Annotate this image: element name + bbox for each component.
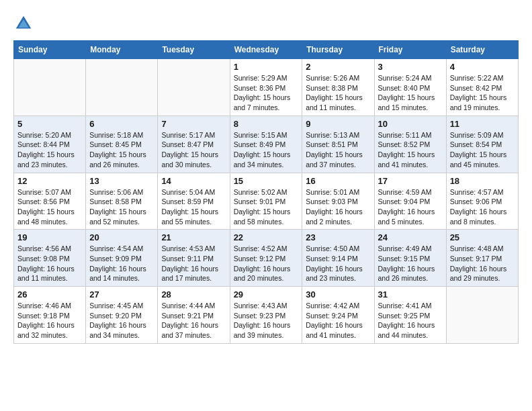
day-info: Sunrise: 4:43 AMSunset: 9:23 PMDaylight:… xyxy=(234,301,299,340)
weekday-header-thursday: Thursday xyxy=(302,41,374,59)
day-number: 18 xyxy=(450,176,515,186)
day-info: Sunrise: 5:20 AMSunset: 8:44 PMDaylight:… xyxy=(17,130,82,170)
day-cell: 6Sunrise: 5:18 AMSunset: 8:45 PMDaylight… xyxy=(86,116,158,173)
day-info: Sunrise: 5:07 AMSunset: 8:56 PMDaylight:… xyxy=(17,187,82,227)
calendar: SundayMondayTuesdayWednesdayThursdayFrid… xyxy=(13,40,519,344)
day-number: 5 xyxy=(17,119,82,129)
day-cell: 9Sunrise: 5:13 AMSunset: 8:51 PMDaylight… xyxy=(302,116,374,173)
day-number: 22 xyxy=(234,232,299,242)
page-header xyxy=(13,13,519,34)
weekday-header-tuesday: Tuesday xyxy=(158,41,230,59)
day-number: 14 xyxy=(161,176,226,186)
day-cell: 3Sunrise: 5:24 AMSunset: 8:40 PMDaylight… xyxy=(374,59,446,116)
day-number: 23 xyxy=(306,232,370,242)
day-number: 6 xyxy=(89,119,154,129)
week-row-1: 1Sunrise: 5:29 AMSunset: 8:36 PMDaylight… xyxy=(14,59,519,116)
day-info: Sunrise: 4:45 AMSunset: 9:20 PMDaylight:… xyxy=(89,301,154,340)
week-row-2: 5Sunrise: 5:20 AMSunset: 8:44 PMDaylight… xyxy=(14,116,519,173)
day-cell: 16Sunrise: 5:01 AMSunset: 9:03 PMDayligh… xyxy=(302,173,374,230)
day-info: Sunrise: 5:09 AMSunset: 8:54 PMDaylight:… xyxy=(450,130,515,170)
day-cell: 29Sunrise: 4:43 AMSunset: 9:23 PMDayligh… xyxy=(230,287,302,344)
day-info: Sunrise: 5:15 AMSunset: 8:49 PMDaylight:… xyxy=(234,130,299,170)
day-info: Sunrise: 4:54 AMSunset: 9:09 PMDaylight:… xyxy=(89,244,154,283)
day-number: 26 xyxy=(17,289,82,300)
day-info: Sunrise: 4:48 AMSunset: 9:17 PMDaylight:… xyxy=(450,244,515,283)
day-cell: 11Sunrise: 5:09 AMSunset: 8:54 PMDayligh… xyxy=(446,116,518,173)
weekday-header-friday: Friday xyxy=(374,41,446,59)
day-info: Sunrise: 4:56 AMSunset: 9:08 PMDaylight:… xyxy=(17,244,82,283)
day-info: Sunrise: 4:41 AMSunset: 9:25 PMDaylight:… xyxy=(378,301,443,340)
logo-icon xyxy=(13,13,34,34)
day-cell: 27Sunrise: 4:45 AMSunset: 9:20 PMDayligh… xyxy=(86,287,158,344)
day-number: 31 xyxy=(378,289,443,300)
day-cell: 30Sunrise: 4:42 AMSunset: 9:24 PMDayligh… xyxy=(302,287,374,344)
day-number: 12 xyxy=(17,176,82,186)
day-info: Sunrise: 4:53 AMSunset: 9:11 PMDaylight:… xyxy=(161,244,226,283)
day-number: 3 xyxy=(378,62,443,72)
day-cell: 4Sunrise: 5:22 AMSunset: 8:42 PMDaylight… xyxy=(446,59,518,116)
day-number: 30 xyxy=(306,289,370,300)
day-info: Sunrise: 4:44 AMSunset: 9:21 PMDaylight:… xyxy=(161,301,226,340)
weekday-header-sunday: Sunday xyxy=(14,41,86,59)
day-info: Sunrise: 5:06 AMSunset: 8:58 PMDaylight:… xyxy=(89,187,154,227)
week-row-5: 26Sunrise: 4:46 AMSunset: 9:18 PMDayligh… xyxy=(14,287,519,344)
day-cell: 24Sunrise: 4:49 AMSunset: 9:15 PMDayligh… xyxy=(374,230,446,287)
day-info: Sunrise: 5:29 AMSunset: 8:36 PMDaylight:… xyxy=(234,73,299,113)
day-number: 15 xyxy=(234,176,299,186)
day-number: 10 xyxy=(378,119,443,129)
day-info: Sunrise: 5:17 AMSunset: 8:47 PMDaylight:… xyxy=(161,130,226,170)
weekday-header-saturday: Saturday xyxy=(446,41,518,59)
day-number: 25 xyxy=(450,232,515,242)
weekday-header-wednesday: Wednesday xyxy=(230,41,302,59)
day-number: 7 xyxy=(161,119,226,129)
week-row-4: 19Sunrise: 4:56 AMSunset: 9:08 PMDayligh… xyxy=(14,230,519,287)
day-info: Sunrise: 4:50 AMSunset: 9:14 PMDaylight:… xyxy=(306,244,370,283)
day-info: Sunrise: 4:57 AMSunset: 9:06 PMDaylight:… xyxy=(450,187,515,227)
day-cell: 13Sunrise: 5:06 AMSunset: 8:58 PMDayligh… xyxy=(86,173,158,230)
day-info: Sunrise: 4:59 AMSunset: 9:04 PMDaylight:… xyxy=(378,187,443,227)
day-cell: 17Sunrise: 4:59 AMSunset: 9:04 PMDayligh… xyxy=(374,173,446,230)
day-cell: 8Sunrise: 5:15 AMSunset: 8:49 PMDaylight… xyxy=(230,116,302,173)
day-cell: 19Sunrise: 4:56 AMSunset: 9:08 PMDayligh… xyxy=(14,230,86,287)
day-cell xyxy=(14,59,86,116)
day-number: 21 xyxy=(161,232,226,242)
day-number: 13 xyxy=(89,176,154,186)
day-info: Sunrise: 5:04 AMSunset: 8:59 PMDaylight:… xyxy=(161,187,226,227)
day-info: Sunrise: 5:02 AMSunset: 9:01 PMDaylight:… xyxy=(234,187,299,227)
day-cell: 22Sunrise: 4:52 AMSunset: 9:12 PMDayligh… xyxy=(230,230,302,287)
day-number: 1 xyxy=(234,62,299,72)
day-cell: 2Sunrise: 5:26 AMSunset: 8:38 PMDaylight… xyxy=(302,59,374,116)
day-number: 4 xyxy=(450,62,515,72)
day-number: 17 xyxy=(378,176,443,186)
day-info: Sunrise: 5:01 AMSunset: 9:03 PMDaylight:… xyxy=(306,187,370,227)
day-cell xyxy=(446,287,518,344)
day-cell: 26Sunrise: 4:46 AMSunset: 9:18 PMDayligh… xyxy=(14,287,86,344)
day-number: 2 xyxy=(306,62,370,72)
day-info: Sunrise: 5:22 AMSunset: 8:42 PMDaylight:… xyxy=(450,73,515,113)
day-cell: 18Sunrise: 4:57 AMSunset: 9:06 PMDayligh… xyxy=(446,173,518,230)
day-info: Sunrise: 5:11 AMSunset: 8:52 PMDaylight:… xyxy=(378,130,443,170)
day-number: 20 xyxy=(89,232,154,242)
day-number: 11 xyxy=(450,119,515,129)
day-cell xyxy=(86,59,158,116)
day-cell: 12Sunrise: 5:07 AMSunset: 8:56 PMDayligh… xyxy=(14,173,86,230)
day-info: Sunrise: 4:46 AMSunset: 9:18 PMDaylight:… xyxy=(17,301,82,340)
day-cell: 10Sunrise: 5:11 AMSunset: 8:52 PMDayligh… xyxy=(374,116,446,173)
logo xyxy=(13,13,35,34)
weekday-header-row: SundayMondayTuesdayWednesdayThursdayFrid… xyxy=(14,41,519,59)
week-row-3: 12Sunrise: 5:07 AMSunset: 8:56 PMDayligh… xyxy=(14,173,519,230)
day-number: 9 xyxy=(306,119,370,129)
day-info: Sunrise: 4:42 AMSunset: 9:24 PMDaylight:… xyxy=(306,301,370,340)
day-cell: 21Sunrise: 4:53 AMSunset: 9:11 PMDayligh… xyxy=(158,230,230,287)
weekday-header-monday: Monday xyxy=(86,41,158,59)
day-number: 8 xyxy=(234,119,299,129)
day-number: 29 xyxy=(234,289,299,300)
day-info: Sunrise: 5:24 AMSunset: 8:40 PMDaylight:… xyxy=(378,73,443,113)
day-number: 28 xyxy=(161,289,226,300)
day-cell xyxy=(158,59,230,116)
day-cell: 14Sunrise: 5:04 AMSunset: 8:59 PMDayligh… xyxy=(158,173,230,230)
day-number: 16 xyxy=(306,176,370,186)
day-cell: 31Sunrise: 4:41 AMSunset: 9:25 PMDayligh… xyxy=(374,287,446,344)
day-number: 24 xyxy=(378,232,443,242)
day-cell: 1Sunrise: 5:29 AMSunset: 8:36 PMDaylight… xyxy=(230,59,302,116)
